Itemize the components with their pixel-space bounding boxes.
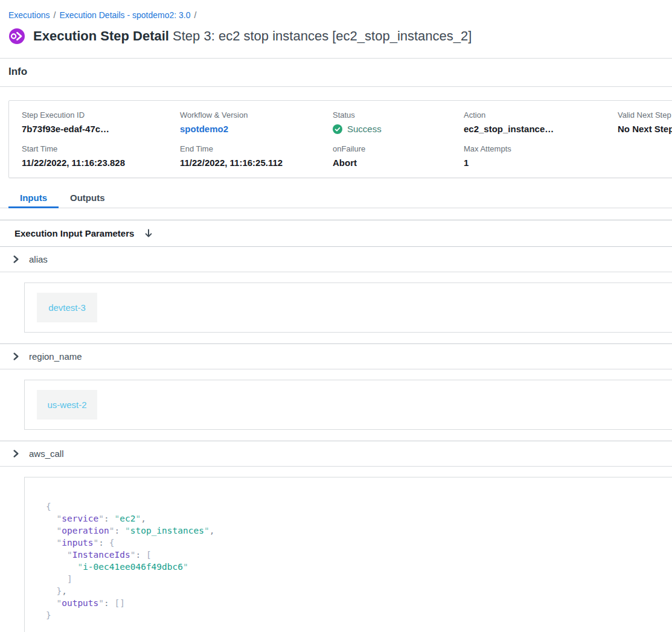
breadcrumb-separator: / (53, 10, 56, 20)
info-field-max-attempts: Max Attempts1 (464, 144, 618, 168)
divider (0, 58, 672, 59)
info-section-heading: Info (8, 66, 664, 78)
field-label: Start Time (22, 144, 180, 153)
param-name: aws_call (29, 448, 64, 459)
field-value: 7b73f93e-edaf-47c… (22, 124, 180, 134)
workflow-brand-icon (8, 28, 25, 45)
breadcrumb-separator: / (194, 10, 197, 20)
field-value: 11/22/2022, 11:16:25.112 (180, 158, 333, 168)
param-value-badge: us-west-2 (37, 390, 97, 420)
param-name: region_name (29, 351, 82, 362)
workflow-link[interactable]: spotdemo2 (180, 124, 228, 134)
code-line: { (46, 500, 672, 512)
tab-inputs[interactable]: Inputs (8, 190, 59, 208)
param-name: alias (29, 254, 48, 264)
info-field-onfailure: onFailureAbort (333, 144, 464, 168)
param-content-aws_call: { "service": "ec2", "operation": "stop_i… (0, 467, 672, 632)
info-field-start-time: Start Time11/22/2022, 11:16:23.828 (22, 144, 180, 168)
field-value: Abort (333, 158, 464, 168)
field-label: onFailure (333, 144, 464, 153)
field-label: Valid Next Step (618, 110, 672, 120)
field-value: No Next Step (618, 124, 672, 134)
param-value-box: devtest-3 (24, 282, 672, 333)
field-value: spotdemo2 (180, 124, 333, 134)
download-icon[interactable] (143, 228, 154, 239)
field-value: ec2_stop_instance… (464, 124, 618, 134)
code-line: "inputs": { (46, 537, 672, 549)
tab-bar: InputsOutputs (0, 190, 672, 208)
code-line: "service": "ec2", (46, 512, 672, 525)
info-field-valid-next-step: Valid Next StepNo Next Step (618, 110, 672, 134)
param-section-alias: aliasdevtest-3 (0, 246, 672, 343)
field-value: 1 (464, 158, 618, 168)
info-field-workflow-version: Workflow & Versionspotdemo2 (180, 110, 333, 134)
param-content-region_name: us-west-2 (0, 369, 672, 441)
parameters-header: Execution Input Parameters (0, 220, 672, 246)
param-value-box: us-west-2 (24, 380, 672, 430)
field-label: Status (333, 110, 464, 120)
code-line: "outputs": [] (46, 597, 672, 609)
code-line: } (46, 609, 672, 621)
param-section-header-region_name[interactable]: region_name (0, 343, 672, 369)
json-code-box: { "service": "ec2", "operation": "stop_i… (24, 477, 672, 632)
field-label: Action (464, 110, 618, 120)
code-line: "InstanceIds": [ (46, 549, 672, 561)
parameters-panel: Execution Input Parameters aliasdevtest-… (0, 220, 672, 632)
info-field-step-execution-id: Step Execution ID7b73f93e-edaf-47c… (22, 110, 180, 134)
chevron-right-icon (12, 353, 20, 360)
field-label: End Time (180, 144, 333, 153)
info-field-end-time: End Time11/22/2022, 11:16:25.112 (180, 144, 333, 168)
info-field-action: Actionec2_stop_instance… (464, 110, 618, 134)
param-section-aws_call: aws_call{ "service": "ec2", "operation":… (0, 441, 672, 632)
code-line: "operation": "stop_instances", (46, 525, 672, 537)
code-line: "i-0ec41ee046f49dbc6" (46, 561, 672, 573)
breadcrumb-link-executions[interactable]: Executions (8, 10, 50, 20)
divider (0, 86, 672, 87)
field-label: Max Attempts (464, 144, 618, 153)
param-value-badge: devtest-3 (37, 293, 97, 322)
param-section-region_name: region_nameus-west-2 (0, 343, 672, 441)
code-line: }, (46, 585, 672, 597)
parameter-sections: aliasdevtest-3region_nameus-west-2aws_ca… (0, 246, 672, 632)
breadcrumb-link-execution-details[interactable]: Execution Details - spotdemo2: 3.0 (59, 10, 190, 20)
page-header: Execution Step Detail Step 3: ec2 stop i… (8, 27, 664, 45)
breadcrumb: Executions/Execution Details - spotdemo2… (0, 0, 672, 21)
field-label: Workflow & Version (180, 110, 333, 120)
status-text: Success (347, 124, 382, 134)
info-card-grid: Step Execution ID7b73f93e-edaf-47c…Workf… (22, 110, 672, 168)
page-title: Execution Step Detail Step 3: ec2 stop i… (33, 28, 472, 44)
field-label: Step Execution ID (22, 110, 180, 120)
param-section-header-aws_call[interactable]: aws_call (0, 441, 672, 467)
parameters-header-label: Execution Input Parameters (14, 228, 134, 238)
tab-outputs[interactable]: Outputs (59, 190, 117, 208)
field-value: 11/22/2022, 11:16:23.828 (22, 158, 180, 168)
success-check-icon (333, 124, 342, 134)
chevron-right-icon (12, 255, 20, 263)
param-content-alias: devtest-3 (0, 272, 672, 343)
chevron-right-icon (12, 450, 20, 458)
page-subtitle: Step 3: ec2 stop instances [ec2_stop_ins… (173, 28, 472, 43)
info-field-status: StatusSuccess (333, 110, 464, 134)
code-line: ] (46, 573, 672, 585)
param-section-header-alias[interactable]: alias (0, 246, 672, 272)
json-code: { "service": "ec2", "operation": "stop_i… (46, 500, 672, 621)
status-badge: Success (333, 124, 464, 134)
info-card: Step Execution ID7b73f93e-edaf-47c…Workf… (8, 100, 672, 178)
